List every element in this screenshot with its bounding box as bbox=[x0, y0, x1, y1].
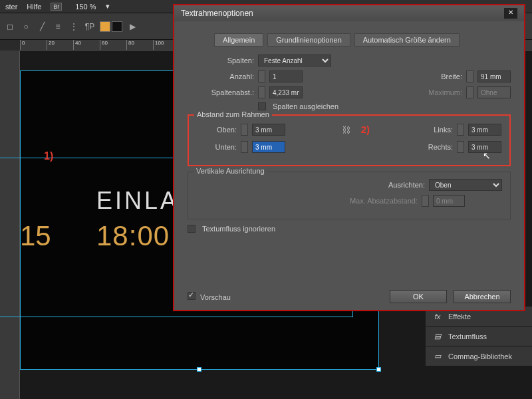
textwrap-icon: ▤ bbox=[432, 332, 443, 340]
swatches bbox=[100, 21, 122, 32]
stepper[interactable] bbox=[457, 141, 464, 153]
section-title: Abstand zum Rahmen bbox=[194, 110, 272, 118]
left-label: Links: bbox=[406, 126, 453, 134]
stepper[interactable] bbox=[258, 70, 265, 82]
link-icon[interactable]: ⛓ bbox=[341, 122, 350, 137]
panel-commag[interactable]: ▭ Commag-Bibliothek bbox=[426, 346, 532, 366]
ignore-wrap-checkbox[interactable] bbox=[188, 225, 196, 233]
bridge-icon[interactable]: Br bbox=[51, 3, 62, 11]
balance-checkbox[interactable] bbox=[258, 102, 266, 110]
vertical-align-section: Vertikale Ausrichtung Ausrichten: Oben M… bbox=[188, 172, 511, 219]
annotation-2: 2) bbox=[361, 124, 370, 135]
zoom-level[interactable]: 150 % bbox=[75, 3, 96, 11]
inset-top-input[interactable] bbox=[252, 124, 285, 136]
dialog-titlebar[interactable]: Textrahmenoptionen ✕ bbox=[174, 5, 524, 21]
panel-textwrap[interactable]: ▤ Textumfluss bbox=[426, 326, 532, 346]
fx-icon: fx bbox=[432, 313, 443, 321]
gutter-label: Spaltenabst.: bbox=[188, 88, 254, 96]
tab-baseline[interactable]: Grundlinienoptionen bbox=[267, 33, 350, 47]
text-frame-options-dialog: Textrahmenoptionen ✕ Allgemein Grundlini… bbox=[173, 4, 525, 311]
count-input[interactable] bbox=[269, 70, 303, 82]
bottom-label: Unten: bbox=[197, 143, 237, 151]
balance-label: Spalten ausgleichen bbox=[273, 102, 338, 110]
close-icon[interactable]: ✕ bbox=[504, 8, 517, 19]
inset-right-input[interactable] bbox=[468, 141, 501, 153]
stepper[interactable] bbox=[241, 124, 248, 136]
dropdown-arrow-icon[interactable]: ▾ bbox=[106, 2, 110, 11]
top-label: Oben: bbox=[197, 126, 237, 134]
max-input bbox=[477, 86, 511, 98]
stepper bbox=[466, 86, 473, 98]
dialog-title: Textrahmenoptionen bbox=[181, 9, 253, 18]
section-title: Vertikale Ausrichtung bbox=[194, 167, 267, 175]
inset-bottom-input[interactable] bbox=[252, 141, 285, 153]
stepper[interactable] bbox=[466, 70, 473, 82]
tab-autosize[interactable]: Automatisch Größe ändern bbox=[354, 33, 460, 47]
inset-left-input[interactable] bbox=[468, 124, 501, 136]
preview-label: Vorschau bbox=[200, 293, 231, 301]
right-label: Rechts: bbox=[406, 143, 453, 151]
shape-icon[interactable]: ◻ bbox=[4, 21, 16, 33]
library-icon: ▭ bbox=[432, 352, 443, 360]
stepper[interactable] bbox=[258, 86, 265, 98]
max-label: Maximum: bbox=[416, 88, 462, 96]
dialog-footer: Vorschau OK Abbrechen bbox=[188, 290, 511, 303]
width-label: Breite: bbox=[416, 72, 462, 80]
paragraph-icon[interactable]: ¶P bbox=[84, 21, 96, 33]
play-icon[interactable]: ▶ bbox=[126, 21, 138, 33]
ok-button[interactable]: OK bbox=[390, 290, 447, 303]
annotation-1: 1) bbox=[44, 150, 53, 162]
gutter-input[interactable] bbox=[269, 86, 303, 98]
align-select[interactable]: Oben bbox=[429, 179, 502, 191]
count-label: Anzahl: bbox=[188, 72, 254, 80]
columns-label: Spalten: bbox=[188, 57, 254, 65]
tab-general[interactable]: Allgemein bbox=[214, 33, 263, 47]
panel-label: Effekte bbox=[448, 313, 471, 321]
max-para-label: Max. Absatzabstand: bbox=[311, 197, 418, 205]
selection-handle[interactable] bbox=[376, 367, 381, 372]
fill-swatch[interactable] bbox=[100, 21, 110, 32]
ignore-wrap-label: Textumfluss ignorieren bbox=[202, 225, 275, 233]
max-para-input bbox=[433, 195, 465, 207]
panel-label: Textumfluss bbox=[448, 332, 487, 340]
menu-item[interactable]: ster bbox=[5, 3, 17, 11]
selection-handle[interactable] bbox=[197, 367, 201, 372]
align-icon[interactable]: ≡ bbox=[52, 21, 64, 33]
stepper bbox=[422, 195, 429, 207]
line-icon[interactable]: ╱ bbox=[36, 21, 48, 33]
stepper[interactable] bbox=[457, 124, 464, 136]
text-15: 15 bbox=[20, 220, 51, 252]
inset-spacing-section: Abstand zum Rahmen 2) Oben: ⛓ ↖ Links: U… bbox=[188, 114, 511, 166]
ellipse-icon[interactable]: ○ bbox=[20, 21, 32, 33]
tabs: Allgemein Grundlinienoptionen Automatisc… bbox=[214, 33, 511, 47]
side-panels: fx Effekte ▤ Textumfluss ▭ Commag-Biblio… bbox=[426, 306, 532, 366]
columns-type-select[interactable]: Feste Anzahl bbox=[258, 55, 331, 66]
width-input[interactable] bbox=[477, 70, 511, 82]
preview-checkbox[interactable] bbox=[188, 292, 196, 300]
stroke-swatch[interactable] bbox=[112, 21, 122, 32]
panel-label: Commag-Bibliothek bbox=[448, 352, 512, 360]
distribute-icon[interactable]: ⋮ bbox=[68, 21, 80, 33]
menu-item[interactable]: Hilfe bbox=[27, 3, 41, 11]
stepper[interactable] bbox=[241, 141, 248, 153]
align-label: Ausrichten: bbox=[319, 181, 425, 189]
cancel-button[interactable]: Abbrechen bbox=[454, 290, 511, 303]
